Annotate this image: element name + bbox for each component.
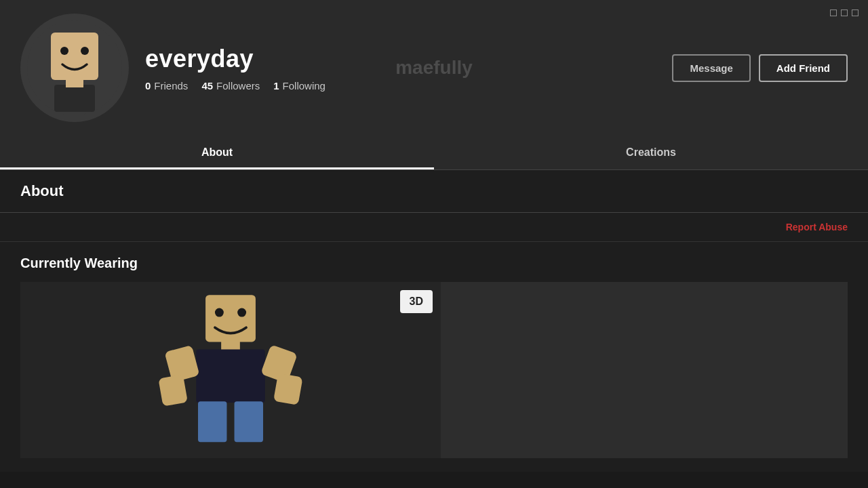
btn-3d[interactable]: 3D bbox=[400, 290, 433, 313]
followers-count: 45 bbox=[201, 80, 213, 92]
followers-label: Followers bbox=[216, 80, 260, 92]
svg-rect-14 bbox=[273, 373, 303, 405]
stats-row: 0 Friends 45 Followers 1 Following bbox=[145, 80, 656, 92]
friends-label: Friends bbox=[154, 80, 188, 92]
avatar-3d-figure bbox=[142, 289, 319, 451]
svg-rect-5 bbox=[66, 78, 83, 87]
following-label: Following bbox=[283, 80, 326, 92]
username: everyday bbox=[145, 45, 656, 73]
avatar-image bbox=[27, 20, 122, 115]
svg-rect-10 bbox=[196, 350, 265, 403]
avatar-3d-container: 3D bbox=[20, 282, 441, 458]
followers-stat: 45 Followers bbox=[201, 80, 260, 92]
tab-creations[interactable]: Creations bbox=[434, 136, 868, 169]
report-abuse-row: Report Abuse bbox=[0, 213, 868, 242]
profile-info: everyday 0 Friends 45 Followers 1 Follow… bbox=[145, 45, 656, 92]
tab-navigation: About Creations bbox=[0, 136, 868, 170]
wearing-display: 3D bbox=[20, 282, 848, 458]
svg-point-3 bbox=[81, 47, 89, 55]
report-abuse-link[interactable]: Report Abuse bbox=[786, 222, 848, 232]
action-buttons: Message Add Friend bbox=[672, 54, 848, 82]
add-friend-button[interactable]: Add Friend bbox=[759, 54, 848, 82]
svg-point-7 bbox=[215, 308, 224, 317]
svg-point-2 bbox=[60, 47, 68, 55]
svg-rect-1 bbox=[51, 33, 98, 80]
svg-rect-16 bbox=[235, 401, 263, 442]
svg-rect-9 bbox=[221, 341, 240, 350]
window-dot-3 bbox=[852, 9, 859, 16]
main-content: About Report Abuse Currently Wearing 3D bbox=[0, 170, 868, 472]
svg-rect-13 bbox=[158, 374, 188, 406]
window-dot-2 bbox=[841, 9, 848, 16]
tab-about[interactable]: About bbox=[0, 136, 434, 169]
wearing-items-panel bbox=[441, 282, 848, 458]
following-count: 1 bbox=[273, 80, 279, 92]
about-section-header: About bbox=[0, 170, 868, 213]
svg-rect-4 bbox=[54, 85, 95, 112]
currently-wearing-section: Currently Wearing 3D bbox=[0, 242, 868, 472]
message-button[interactable]: Message bbox=[672, 54, 750, 82]
profile-header: everyday 0 Friends 45 Followers 1 Follow… bbox=[0, 0, 868, 136]
svg-rect-15 bbox=[198, 401, 226, 442]
svg-rect-6 bbox=[205, 295, 256, 342]
svg-point-8 bbox=[237, 308, 246, 317]
about-title: About bbox=[20, 182, 64, 200]
following-stat: 1 Following bbox=[273, 80, 326, 92]
friends-stat: 0 Friends bbox=[145, 80, 188, 92]
avatar bbox=[20, 14, 129, 122]
window-controls bbox=[830, 9, 859, 16]
window-dot-1 bbox=[830, 9, 837, 16]
currently-wearing-title: Currently Wearing bbox=[20, 256, 848, 271]
friends-count: 0 bbox=[145, 80, 151, 92]
